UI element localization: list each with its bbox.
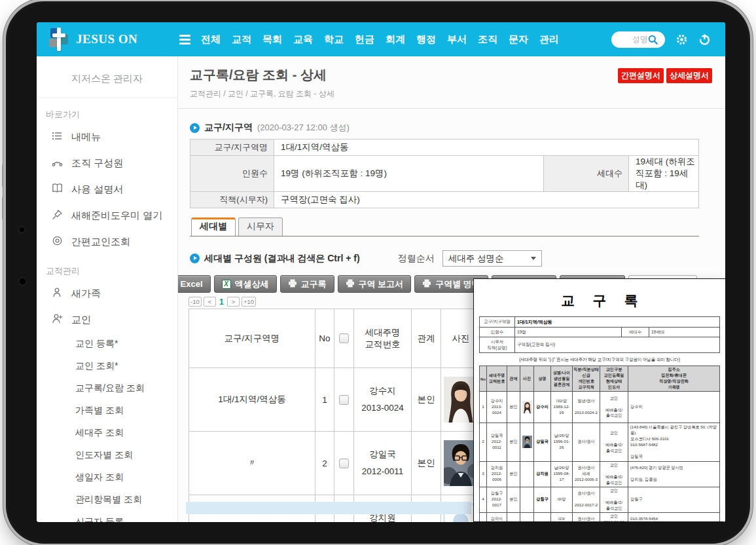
col-header-name: 세대주명 교적번호 <box>354 309 412 368</box>
sidebar-item-family-search[interactable]: 가족별 조회 <box>37 400 177 422</box>
nav-item-accounting[interactable]: 회계 <box>386 33 405 46</box>
cell-photo-empty <box>520 512 534 522</box>
sidebar-item-household-head-search[interactable]: 세대주 조회 <box>37 422 177 444</box>
detail-manual-badge[interactable]: 상세설명서 <box>666 68 712 83</box>
cell-relation: 본인 <box>507 461 520 487</box>
sidebar-item-quick-member-search[interactable]: 간편교인조회 <box>37 229 177 255</box>
sidebar-item-member-search[interactable]: 교인 조회* <box>37 355 177 377</box>
info-value: 구역장(고면숙 집사) <box>274 192 699 208</box>
cell-no: 1 <box>315 368 334 432</box>
appbar-right <box>611 31 725 48</box>
nav-item-management[interactable]: 관리 <box>539 33 559 46</box>
person-plus-icon <box>52 313 63 326</box>
tab-generation[interactable]: 세대별 <box>191 217 236 236</box>
row-checkbox[interactable] <box>339 395 349 405</box>
cell-head: 강치원 2012-0006 <box>487 461 507 487</box>
sidebar-item-leader-search[interactable]: 인도자별 조회 <box>37 444 177 466</box>
cell-birth: /23/ 1998-04-10 <box>551 512 573 522</box>
person-icon <box>52 287 63 300</box>
sort-select[interactable]: 세대주 성명순 <box>442 250 542 267</box>
info-label: 인원수 <box>190 156 274 192</box>
info-value: 19명 (하위조직포함 : 19명) <box>274 156 544 192</box>
book-icon <box>52 183 63 196</box>
popup-table-row: 2 강일국 2012-0011 본인 강일국 남/25/양 1996-01-26… <box>480 423 720 462</box>
hamburger-menu-icon[interactable] <box>179 35 190 45</box>
nav-item-administration[interactable]: 행정 <box>416 33 436 46</box>
cell-relation: 본인 <box>507 392 520 423</box>
sidebar-item-birthday-search[interactable]: 생일자 조회 <box>37 466 177 489</box>
settings-gear-icon[interactable] <box>675 33 688 46</box>
page-prev10-button[interactable]: -10 <box>189 297 202 307</box>
cell-duty: 권사/권사 2014-0025-2 <box>573 512 600 522</box>
sidebar-item-member[interactable]: 교인 <box>37 307 177 333</box>
cell-duty: 권사/권사 <box>573 423 600 462</box>
front-camera-icon <box>19 227 25 233</box>
cell-address: [143-846] 서울특별시 광진구 강변북로 50, (자양동) 모스코디샤… <box>628 423 720 462</box>
nav-item-sms[interactable]: 문자 <box>509 33 528 46</box>
sidebar-item-user-manual[interactable]: 사용 설명서 <box>37 176 177 202</box>
excel-detail-button[interactable]: X엑셀상세 <box>214 275 277 293</box>
page-prev-button[interactable]: < <box>204 297 216 307</box>
page-next10-button[interactable]: +10 <box>242 297 256 307</box>
cell-name: 강칠구 <box>534 487 551 512</box>
sidebar-item-mgmt-item-search[interactable]: 관리항목별 조회 <box>37 489 177 511</box>
search-icon[interactable] <box>648 35 658 45</box>
sidebar-item-district-book-search[interactable]: 교구록/요람 조회 <box>37 377 177 400</box>
search-input[interactable] <box>618 35 648 44</box>
info-label: 세대수 <box>544 156 629 192</box>
sidebar-item-label: 교인 <box>71 314 91 326</box>
sidebar-item-my-menu[interactable]: 내메뉴 <box>37 124 177 150</box>
brand-logo[interactable]: JESUS ON <box>37 27 175 52</box>
nav-item-ministry[interactable]: 목회 <box>262 33 282 46</box>
sidebar-item-member-register[interactable]: 교인 등록* <box>37 333 177 355</box>
cell-birth: 남/26/양 1995-08-17 <box>551 461 573 487</box>
sidebar-item-label: 사용 설명서 <box>71 183 123 196</box>
row-checkbox[interactable] <box>339 459 349 468</box>
col-header-status: 교인구분 교인등록일 현재상태 인도자 <box>600 366 628 392</box>
member-photo-female <box>522 401 532 413</box>
select-all-checkbox[interactable] <box>339 333 349 343</box>
section-bullet-icon <box>190 254 200 263</box>
info-label: 세대수 <box>622 328 649 337</box>
cell-name[interactable]: 강수지 2013-0024 <box>354 368 412 432</box>
quick-manual-badge[interactable]: 간편설명서 <box>618 68 664 83</box>
nav-item-all[interactable]: 전체 <box>201 33 221 46</box>
cell-name: 강하이 <box>534 512 551 522</box>
excel-button[interactable]: XExcel <box>178 275 211 293</box>
nav-item-department[interactable]: 부서 <box>447 33 467 46</box>
nav-item-records[interactable]: 교적 <box>232 33 251 46</box>
sidebar-item-org-members[interactable]: 조직 구성원 <box>37 150 177 176</box>
cell-no: 5 <box>480 512 487 522</box>
nav-item-education[interactable]: 교육 <box>293 33 313 46</box>
cell-group: 〃 <box>189 432 315 495</box>
sidebar-item-newyear-helper[interactable]: 새해준비도우미 열기 <box>37 202 177 229</box>
tab-officers[interactable]: 시무자 <box>238 217 283 236</box>
district-book-print-button[interactable]: 교구록 <box>280 275 334 293</box>
info-value: 19세대 <box>649 328 720 337</box>
power-icon[interactable] <box>698 33 711 46</box>
sidebar-item-newcomer-register[interactable]: 신급자 등록 <box>37 511 177 522</box>
cell-photo-empty <box>520 461 534 487</box>
popup-table-row: 5 강하이 2014-0025 본인 강하이 /23/ 1998-04-10 권… <box>480 512 720 522</box>
cell-relation: 본인 <box>507 512 520 522</box>
nav-item-school[interactable]: 학교 <box>324 33 344 46</box>
table-row: 1대/1지역/역삼동 1 강수지 2013-0024 본인 <box>189 368 481 432</box>
search-box[interactable] <box>611 31 665 48</box>
popup-table-row: 3 강치원 2012-0006 본인 강치원 남/26/양 1995-08-17… <box>480 461 720 487</box>
popup-note: (세대주명 뒤의 "(-)" 표시는 세대주가 해당 교구/지구역의 구성원이 … <box>479 357 720 363</box>
horizontal-scrollbar[interactable] <box>186 502 471 514</box>
app-screen: JESUS ON 전체 교적 목회 교육 학교 헌금 회계 행정 부서 조직 문… <box>37 22 725 522</box>
area-report-print-button[interactable]: 구역 보고서 <box>338 275 412 293</box>
info-value: 1대/1지역/역삼동 <box>274 140 699 156</box>
sort-order-label: 정렬순서 <box>398 253 435 265</box>
organization-icon <box>52 157 63 170</box>
district-info-table: 교구/지구역명 1대/1지역/역삼동 인원수 19명 (하위조직포함 : 19명… <box>190 139 699 208</box>
sidebar-item-label: 간편교인조회 <box>71 236 130 248</box>
cell-birth: /0/양 <box>551 487 573 512</box>
nav-item-organization[interactable]: 조직 <box>478 33 497 46</box>
nav-item-offering[interactable]: 헌금 <box>355 33 374 46</box>
page-next-button[interactable]: > <box>227 297 240 307</box>
col-header-name: 성명 <box>534 366 551 392</box>
cell-name[interactable]: 강일국 2012-0011 <box>354 432 412 495</box>
sidebar-item-new-family[interactable]: 새가족 <box>37 280 177 307</box>
